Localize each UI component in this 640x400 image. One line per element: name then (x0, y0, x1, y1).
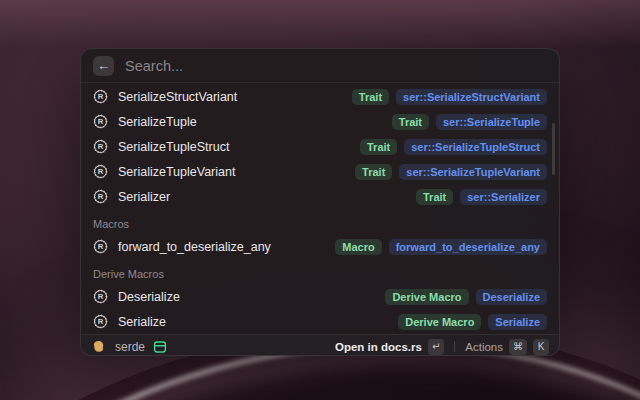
rust-crate-icon: R (93, 314, 108, 329)
section-header: Derive Macros (81, 259, 559, 284)
result-title: SerializeTuple (118, 115, 382, 129)
kind-badge: Trait (352, 89, 389, 105)
svg-text:R: R (98, 317, 104, 326)
footer-crate-name: serde (115, 340, 145, 354)
kind-badge: Trait (355, 164, 392, 180)
result-row[interactable]: R Serializer Trait ser::Serializer (81, 184, 559, 209)
rust-crate-icon: R (93, 189, 108, 204)
return-key: ↵ (428, 339, 444, 355)
path-badge: forward_to_deserialize_any (389, 239, 547, 255)
results-list: R SerializeStructVariant Trait ser::Seri… (81, 83, 559, 334)
result-row[interactable]: R SerializeStructVariant Trait ser::Seri… (81, 84, 559, 109)
footer-divider (454, 341, 455, 352)
result-title: Serialize (118, 315, 388, 329)
result-title: Deserialize (118, 290, 375, 304)
result-title: forward_to_deserialize_any (118, 240, 325, 254)
result-title: SerializeTupleVariant (118, 165, 345, 179)
open-in-docs-action[interactable]: Open in docs.rs ↵ (335, 339, 444, 355)
open-in-docs-label: Open in docs.rs (335, 341, 422, 353)
svg-text:R: R (98, 142, 104, 151)
kind-badge: Trait (416, 189, 453, 205)
rust-crate-icon: R (93, 239, 108, 254)
kind-badge: Derive Macro (398, 314, 481, 330)
result-row[interactable]: R Serialize Derive Macro Serialize (81, 309, 559, 334)
path-badge: ser::SerializeStructVariant (396, 89, 547, 105)
kind-badge: Macro (335, 239, 381, 255)
svg-text:R: R (98, 192, 104, 201)
result-row[interactable]: R forward_to_deserialize_any Macro forwa… (81, 234, 559, 259)
search-bar: ← (81, 49, 559, 83)
kind-badge: Trait (392, 114, 429, 130)
command-key: ⌘ (509, 339, 527, 355)
result-row[interactable]: R SerializeTupleVariant Trait ser::Seria… (81, 159, 559, 184)
result-title: SerializeTupleStruct (118, 140, 350, 154)
svg-text:R: R (98, 242, 104, 251)
path-badge: Deserialize (476, 289, 547, 305)
rust-crate-icon: R (93, 289, 108, 304)
result-title: SerializeStructVariant (118, 90, 342, 104)
path-badge: ser::Serializer (460, 189, 547, 205)
section-header-label: Derive Macros (93, 268, 164, 280)
section-header-label: Macros (93, 218, 129, 230)
result-row[interactable]: R Deserialize Derive Macro Deserialize (81, 284, 559, 309)
k-key: K (533, 339, 549, 355)
rust-crate-icon: R (93, 89, 108, 104)
section-header: Macros (81, 209, 559, 234)
path-badge: ser::SerializeTupleStruct (404, 139, 547, 155)
rust-crate-icon: R (93, 114, 108, 129)
serde-extension-icon (91, 339, 106, 354)
back-button[interactable]: ← (93, 56, 114, 76)
svg-text:R: R (98, 117, 104, 126)
path-badge: Serialize (488, 314, 547, 330)
crate-box-icon (153, 340, 167, 354)
svg-text:R: R (98, 92, 104, 101)
scrollbar-thumb[interactable] (552, 123, 555, 175)
result-title: Serializer (118, 190, 406, 204)
rust-crate-icon: R (93, 139, 108, 154)
search-window: ← R SerializeStructVariant Trait ser::Se… (80, 48, 560, 356)
kind-badge: Trait (360, 139, 397, 155)
path-badge: ser::SerializeTupleVariant (399, 164, 547, 180)
footer-bar: serde Open in docs.rs ↵ Actions ⌘ K (81, 334, 559, 356)
svg-text:R: R (98, 167, 104, 176)
svg-text:R: R (98, 292, 104, 301)
search-input[interactable] (125, 58, 547, 74)
actions-menu-button[interactable]: Actions ⌘ K (465, 339, 549, 355)
actions-label: Actions (465, 341, 503, 353)
result-row[interactable]: R SerializeTuple Trait ser::SerializeTup… (81, 109, 559, 134)
kind-badge: Derive Macro (385, 289, 468, 305)
path-badge: ser::SerializeTuple (436, 114, 547, 130)
arrow-left-icon: ← (97, 56, 110, 75)
result-row[interactable]: R SerializeTupleStruct Trait ser::Serial… (81, 134, 559, 159)
rust-crate-icon: R (93, 164, 108, 179)
